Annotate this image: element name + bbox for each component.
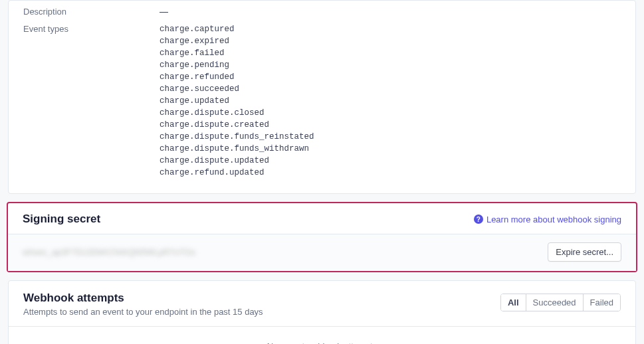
description-label: Description [23,6,160,18]
expire-secret-button[interactable]: Expire secret... [548,242,621,262]
description-value: — [160,6,168,18]
webhook-attempts-card: Webhook attempts Attempts to send an eve… [8,280,636,344]
webhook-attempts-subtitle: Attempts to send an event to your endpoi… [23,307,263,317]
event-types-row: Event types charge.captured charge.expir… [23,21,621,181]
filter-all[interactable]: All [501,294,526,311]
event-type: charge.dispute.funds_reinstated [160,131,314,143]
signing-secret-card: Signing secret ? Learn more about webhoo… [7,202,637,272]
event-type: charge.dispute.closed [160,107,314,119]
attempts-empty-message: No recent webhook attempts [9,327,635,344]
event-type: charge.failed [160,47,314,59]
event-type: charge.updated [160,95,314,107]
learn-more-text: Learn more about webhook signing [486,215,621,224]
event-type: charge.dispute.created [160,119,314,131]
event-types-label: Event types [23,23,160,35]
event-type: charge.succeeded [160,83,314,95]
event-type: charge.refunded [160,71,314,83]
question-icon: ? [474,215,483,224]
attempts-filter: All Succeeded Failed [500,294,621,311]
event-type: charge.dispute.funds_withdrawn [160,143,314,155]
event-type: charge.pending [160,59,314,71]
description-row: Description — [23,3,621,21]
webhook-attempts-title: Webhook attempts [23,292,263,305]
event-type: charge.captured [160,23,314,35]
event-types-list: charge.captured charge.expired charge.fa… [160,23,314,179]
signing-secret-value: whsec_ap3F7DJJDkKCN4rQN5WLpR7oTGs [23,247,195,257]
learn-more-link[interactable]: ? Learn more about webhook signing [474,215,621,224]
filter-succeeded[interactable]: Succeeded [526,294,584,311]
event-type: charge.refund.updated [160,167,314,179]
event-type: charge.dispute.updated [160,155,314,167]
event-type: charge.expired [160,35,314,47]
webhook-info-card: Description — Event types charge.capture… [8,0,636,194]
filter-failed[interactable]: Failed [584,294,620,311]
signing-secret-title: Signing secret [23,213,100,226]
